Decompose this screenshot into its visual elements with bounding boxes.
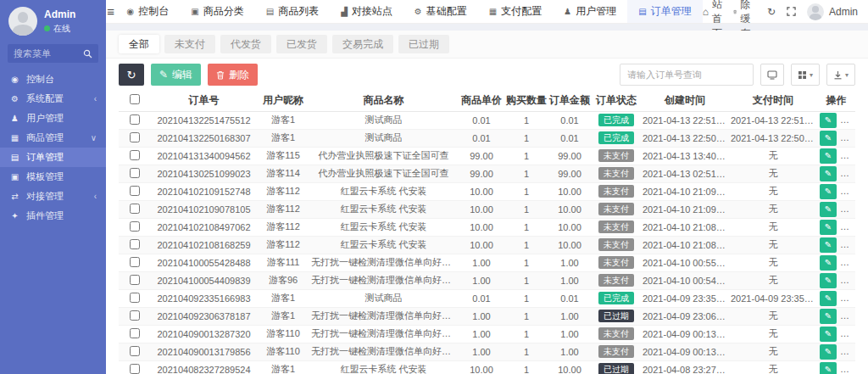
fullscreen-icon[interactable] (787, 7, 796, 16)
delete-order-button[interactable] (841, 255, 855, 271)
row-checkbox[interactable] (130, 186, 140, 196)
row-checkbox[interactable] (130, 132, 140, 142)
tab-shipped[interactable]: 已发货 (276, 35, 327, 53)
sidebar-item-users[interactable]: ♟ 用户管理 (0, 109, 106, 128)
sidebar-item-plugins[interactable]: ✦ 插件管理 (0, 206, 106, 226)
select-all-checkbox[interactable] (130, 94, 140, 104)
edit-order-button[interactable]: ✎ (820, 327, 837, 342)
row-checkbox[interactable] (130, 293, 140, 303)
row-checkbox[interactable] (130, 221, 140, 232)
pencil-icon: ✎ (825, 187, 832, 196)
row-checkbox[interactable] (130, 150, 140, 160)
cell-unit-price: 1.00 (458, 307, 505, 325)
order-search-input[interactable] (620, 64, 754, 86)
nav-item-user-management[interactable]: ♟ 用户管理 (553, 0, 627, 23)
edit-order-button[interactable]: ✎ (820, 237, 837, 253)
cell-paid-time: 无 (729, 360, 817, 374)
sidebar-search-input[interactable] (14, 48, 83, 59)
row-checkbox[interactable] (130, 275, 140, 285)
nav-item-dashboard[interactable]: ◉ 控制台 (115, 0, 180, 23)
cell-quantity: 1 (505, 289, 548, 307)
delete-order-button[interactable] (841, 309, 855, 324)
pencil-icon: ✎ (825, 151, 832, 160)
cell-created-time: 2021-04-10 21:08:49 (641, 218, 729, 236)
edit-order-button[interactable]: ✎ (820, 220, 837, 235)
refresh-button[interactable]: ↻ (119, 64, 144, 86)
delete-order-button[interactable] (841, 362, 855, 374)
delete-order-button[interactable] (841, 131, 855, 146)
row-checkbox[interactable] (130, 204, 140, 214)
edit-order-button[interactable]: ✎ (820, 113, 837, 128)
table-row: 202104090013287320 游客110 无打扰一键检测清理微信单向好友… (119, 325, 855, 343)
row-checkbox[interactable] (130, 310, 140, 321)
delete-order-button[interactable] (841, 113, 855, 128)
cell-order-no: 202104092335166983 (151, 289, 257, 307)
nav-item-payment-config[interactable]: ▦ 支付配置 (478, 0, 553, 23)
edit-order-button[interactable]: ✎ (820, 309, 837, 324)
row-checkbox[interactable] (130, 346, 140, 356)
tab-completed[interactable]: 交易完成 (332, 35, 393, 53)
row-checkbox[interactable] (130, 364, 140, 374)
row-checkbox[interactable] (130, 168, 140, 178)
sidebar-item-dashboard[interactable]: ◉ 控制台 (0, 70, 106, 89)
delete-order-button[interactable] (841, 273, 855, 288)
refresh-icon[interactable]: ↻ (767, 6, 776, 18)
column-header: 订单状态 (592, 91, 641, 111)
trash-icon (216, 70, 225, 80)
delete-order-button[interactable] (841, 202, 855, 217)
sidebar-item-system-config[interactable]: ⚙ 系统配置 ‹ (0, 89, 106, 109)
delete-button[interactable]: 删除 (208, 64, 258, 86)
orders-table-body: 202104132251475512 游客1 测试商品 0.01 1 0.01 … (119, 111, 855, 374)
delete-order-button[interactable] (841, 184, 855, 199)
cell-product-name: 无打扰一键检测清理微信单向好友周卡 (309, 254, 458, 271)
tab-to-ship[interactable]: 代发货 (220, 35, 271, 53)
sidebar-item-docking[interactable]: ⇄ 对接管理 ‹ (0, 187, 106, 206)
cell-quantity: 1 (505, 218, 548, 236)
edit-button[interactable]: ✎ 编辑 (151, 64, 201, 86)
sidebar-item-products[interactable]: ▦ 商品管理 ∨ (0, 128, 106, 148)
edit-order-button[interactable]: ✎ (820, 148, 837, 164)
nav-item-order-management[interactable]: ▤ 订单管理 (627, 0, 702, 23)
delete-order-button[interactable] (841, 327, 855, 342)
delete-order-button[interactable] (841, 237, 855, 253)
nav-item-docking-site[interactable]: ▟ 对接站点 (330, 0, 403, 23)
edit-order-button[interactable]: ✎ (820, 273, 837, 288)
nav-item-product-list[interactable]: ▤ 商品列表 (255, 0, 330, 23)
tab-all[interactable]: 全部 (119, 35, 159, 53)
user-avatar[interactable] (8, 7, 37, 36)
row-checkbox[interactable] (130, 239, 140, 249)
sidebar-item-templates[interactable]: ▣ 模板管理 (0, 167, 106, 187)
print-button[interactable] (760, 64, 784, 86)
nav-item-product-category[interactable]: ▣ 商品分类 (180, 0, 254, 23)
status-badge: 已过期 (598, 363, 634, 374)
edit-order-button[interactable]: ✎ (820, 166, 837, 181)
row-checkbox[interactable] (130, 114, 140, 125)
edit-order-button[interactable]: ✎ (820, 344, 837, 360)
delete-order-button[interactable] (841, 291, 855, 306)
columns-button[interactable]: ▾ (791, 64, 820, 86)
hamburger-icon[interactable]: ≡ (106, 0, 115, 24)
gear-icon: ⚙ (9, 94, 20, 103)
delete-order-button[interactable] (841, 148, 855, 164)
tab-expired[interactable]: 已过期 (398, 35, 449, 53)
delete-order-button[interactable] (841, 220, 855, 235)
row-checkbox[interactable] (130, 328, 140, 338)
edit-order-button[interactable]: ✎ (820, 291, 837, 306)
table-header-row: 订单号用户昵称商品名称商品单价购买数量订单金额订单状态创建时间支付时间操作 (119, 91, 855, 111)
edit-order-button[interactable]: ✎ (820, 202, 837, 217)
edit-order-button[interactable]: ✎ (820, 184, 837, 199)
row-checkbox[interactable] (130, 257, 140, 267)
trash-icon (846, 348, 854, 356)
edit-order-button[interactable]: ✎ (820, 131, 837, 146)
cell-product-name: 红盟云卡系统 代安装 (309, 360, 458, 374)
edit-order-button[interactable]: ✎ (820, 255, 837, 271)
delete-order-button[interactable] (841, 344, 855, 360)
delete-order-button[interactable] (841, 166, 855, 181)
table-toolbar: ↻ ✎ 编辑 删除 (106, 59, 868, 91)
user-menu[interactable]: Admin (807, 3, 858, 20)
edit-order-button[interactable]: ✎ (820, 362, 837, 374)
sidebar-item-orders[interactable]: ▤ 订单管理 (0, 148, 106, 167)
nav-item-basic-config[interactable]: ⚙ 基础配置 (403, 0, 478, 23)
export-button[interactable]: ▾ (826, 64, 855, 86)
tab-unpaid[interactable]: 未支付 (164, 35, 215, 53)
